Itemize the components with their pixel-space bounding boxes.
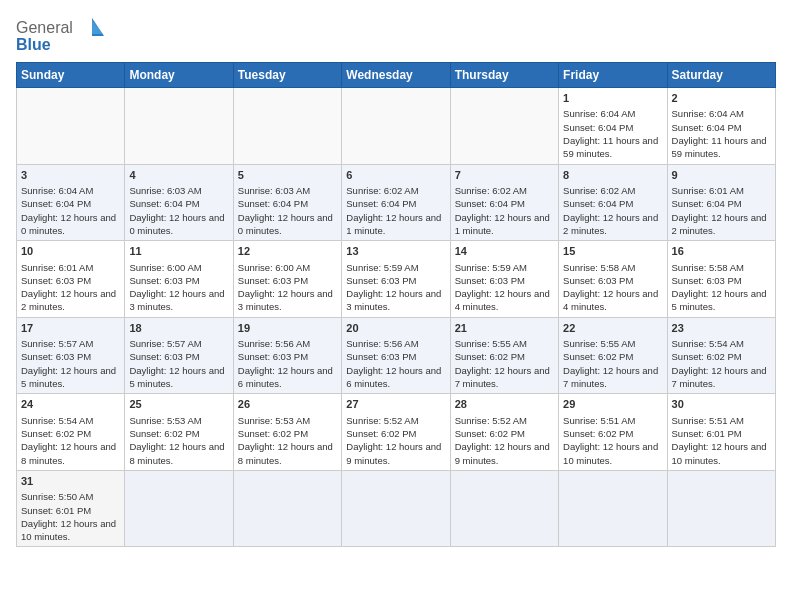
day-info: Sunrise: 5:52 AMSunset: 6:02 PMDaylight:… — [346, 414, 445, 467]
calendar-cell: 20Sunrise: 5:56 AMSunset: 6:03 PMDayligh… — [342, 317, 450, 394]
day-info: Sunrise: 5:54 AMSunset: 6:02 PMDaylight:… — [21, 414, 120, 467]
calendar-cell: 9Sunrise: 6:01 AMSunset: 6:04 PMDaylight… — [667, 164, 775, 241]
day-info: Sunrise: 5:52 AMSunset: 6:02 PMDaylight:… — [455, 414, 554, 467]
day-number: 4 — [129, 168, 228, 183]
day-number: 8 — [563, 168, 662, 183]
day-number: 24 — [21, 397, 120, 412]
week-row-3: 10Sunrise: 6:01 AMSunset: 6:03 PMDayligh… — [17, 241, 776, 318]
calendar-cell — [17, 88, 125, 165]
day-info: Sunrise: 5:59 AMSunset: 6:03 PMDaylight:… — [346, 261, 445, 314]
calendar-table: SundayMondayTuesdayWednesdayThursdayFrid… — [16, 62, 776, 547]
week-row-5: 24Sunrise: 5:54 AMSunset: 6:02 PMDayligh… — [17, 394, 776, 471]
col-header-saturday: Saturday — [667, 63, 775, 88]
calendar-cell: 10Sunrise: 6:01 AMSunset: 6:03 PMDayligh… — [17, 241, 125, 318]
calendar-cell: 12Sunrise: 6:00 AMSunset: 6:03 PMDayligh… — [233, 241, 341, 318]
week-row-4: 17Sunrise: 5:57 AMSunset: 6:03 PMDayligh… — [17, 317, 776, 394]
svg-text:Blue: Blue — [16, 36, 51, 53]
calendar-cell — [233, 88, 341, 165]
calendar-cell: 28Sunrise: 5:52 AMSunset: 6:02 PMDayligh… — [450, 394, 558, 471]
day-number: 13 — [346, 244, 445, 259]
day-info: Sunrise: 6:02 AMSunset: 6:04 PMDaylight:… — [346, 184, 445, 237]
calendar-cell — [125, 88, 233, 165]
calendar-cell: 31Sunrise: 5:50 AMSunset: 6:01 PMDayligh… — [17, 470, 125, 547]
day-info: Sunrise: 5:58 AMSunset: 6:03 PMDaylight:… — [563, 261, 662, 314]
calendar-cell: 13Sunrise: 5:59 AMSunset: 6:03 PMDayligh… — [342, 241, 450, 318]
calendar-cell: 21Sunrise: 5:55 AMSunset: 6:02 PMDayligh… — [450, 317, 558, 394]
calendar-cell: 16Sunrise: 5:58 AMSunset: 6:03 PMDayligh… — [667, 241, 775, 318]
day-number: 23 — [672, 321, 771, 336]
day-info: Sunrise: 6:01 AMSunset: 6:03 PMDaylight:… — [21, 261, 120, 314]
calendar-cell: 1Sunrise: 6:04 AMSunset: 6:04 PMDaylight… — [559, 88, 667, 165]
logo-svg: General Blue — [16, 16, 106, 54]
day-info: Sunrise: 5:50 AMSunset: 6:01 PMDaylight:… — [21, 490, 120, 543]
day-info: Sunrise: 5:59 AMSunset: 6:03 PMDaylight:… — [455, 261, 554, 314]
day-info: Sunrise: 6:02 AMSunset: 6:04 PMDaylight:… — [563, 184, 662, 237]
calendar-cell: 30Sunrise: 5:51 AMSunset: 6:01 PMDayligh… — [667, 394, 775, 471]
day-info: Sunrise: 5:53 AMSunset: 6:02 PMDaylight:… — [238, 414, 337, 467]
day-number: 6 — [346, 168, 445, 183]
day-info: Sunrise: 6:04 AMSunset: 6:04 PMDaylight:… — [672, 107, 771, 160]
day-info: Sunrise: 6:03 AMSunset: 6:04 PMDaylight:… — [238, 184, 337, 237]
day-number: 31 — [21, 474, 120, 489]
day-info: Sunrise: 5:56 AMSunset: 6:03 PMDaylight:… — [238, 337, 337, 390]
day-info: Sunrise: 5:56 AMSunset: 6:03 PMDaylight:… — [346, 337, 445, 390]
day-info: Sunrise: 6:04 AMSunset: 6:04 PMDaylight:… — [563, 107, 662, 160]
day-info: Sunrise: 6:03 AMSunset: 6:04 PMDaylight:… — [129, 184, 228, 237]
day-info: Sunrise: 6:00 AMSunset: 6:03 PMDaylight:… — [238, 261, 337, 314]
calendar-cell — [342, 470, 450, 547]
calendar-cell — [450, 470, 558, 547]
col-header-monday: Monday — [125, 63, 233, 88]
logo: General Blue — [16, 16, 106, 54]
calendar-cell: 19Sunrise: 5:56 AMSunset: 6:03 PMDayligh… — [233, 317, 341, 394]
day-number: 18 — [129, 321, 228, 336]
col-header-tuesday: Tuesday — [233, 63, 341, 88]
calendar-cell — [342, 88, 450, 165]
calendar-cell: 14Sunrise: 5:59 AMSunset: 6:03 PMDayligh… — [450, 241, 558, 318]
day-info: Sunrise: 5:57 AMSunset: 6:03 PMDaylight:… — [129, 337, 228, 390]
day-number: 28 — [455, 397, 554, 412]
day-info: Sunrise: 6:02 AMSunset: 6:04 PMDaylight:… — [455, 184, 554, 237]
day-number: 11 — [129, 244, 228, 259]
day-number: 5 — [238, 168, 337, 183]
day-number: 21 — [455, 321, 554, 336]
day-number: 25 — [129, 397, 228, 412]
day-number: 12 — [238, 244, 337, 259]
calendar-cell: 27Sunrise: 5:52 AMSunset: 6:02 PMDayligh… — [342, 394, 450, 471]
svg-text:General: General — [16, 19, 73, 36]
day-number: 22 — [563, 321, 662, 336]
header: General Blue — [16, 16, 776, 54]
day-info: Sunrise: 5:51 AMSunset: 6:01 PMDaylight:… — [672, 414, 771, 467]
calendar-cell: 11Sunrise: 6:00 AMSunset: 6:03 PMDayligh… — [125, 241, 233, 318]
calendar-cell: 15Sunrise: 5:58 AMSunset: 6:03 PMDayligh… — [559, 241, 667, 318]
day-number: 19 — [238, 321, 337, 336]
day-number: 30 — [672, 397, 771, 412]
day-number: 26 — [238, 397, 337, 412]
day-info: Sunrise: 5:55 AMSunset: 6:02 PMDaylight:… — [455, 337, 554, 390]
day-number: 27 — [346, 397, 445, 412]
calendar-cell: 7Sunrise: 6:02 AMSunset: 6:04 PMDaylight… — [450, 164, 558, 241]
day-info: Sunrise: 5:54 AMSunset: 6:02 PMDaylight:… — [672, 337, 771, 390]
calendar-cell: 22Sunrise: 5:55 AMSunset: 6:02 PMDayligh… — [559, 317, 667, 394]
calendar-cell: 5Sunrise: 6:03 AMSunset: 6:04 PMDaylight… — [233, 164, 341, 241]
calendar-cell: 8Sunrise: 6:02 AMSunset: 6:04 PMDaylight… — [559, 164, 667, 241]
calendar-cell: 4Sunrise: 6:03 AMSunset: 6:04 PMDaylight… — [125, 164, 233, 241]
week-row-6: 31Sunrise: 5:50 AMSunset: 6:01 PMDayligh… — [17, 470, 776, 547]
calendar-cell — [233, 470, 341, 547]
calendar-cell: 26Sunrise: 5:53 AMSunset: 6:02 PMDayligh… — [233, 394, 341, 471]
calendar-cell — [559, 470, 667, 547]
day-number: 17 — [21, 321, 120, 336]
day-number: 14 — [455, 244, 554, 259]
day-info: Sunrise: 5:53 AMSunset: 6:02 PMDaylight:… — [129, 414, 228, 467]
day-number: 15 — [563, 244, 662, 259]
calendar-cell: 2Sunrise: 6:04 AMSunset: 6:04 PMDaylight… — [667, 88, 775, 165]
col-header-thursday: Thursday — [450, 63, 558, 88]
calendar-cell — [125, 470, 233, 547]
col-header-friday: Friday — [559, 63, 667, 88]
calendar-cell: 23Sunrise: 5:54 AMSunset: 6:02 PMDayligh… — [667, 317, 775, 394]
day-number: 1 — [563, 91, 662, 106]
day-number: 16 — [672, 244, 771, 259]
day-number: 7 — [455, 168, 554, 183]
week-row-1: 1Sunrise: 6:04 AMSunset: 6:04 PMDaylight… — [17, 88, 776, 165]
calendar-cell: 25Sunrise: 5:53 AMSunset: 6:02 PMDayligh… — [125, 394, 233, 471]
day-number: 2 — [672, 91, 771, 106]
